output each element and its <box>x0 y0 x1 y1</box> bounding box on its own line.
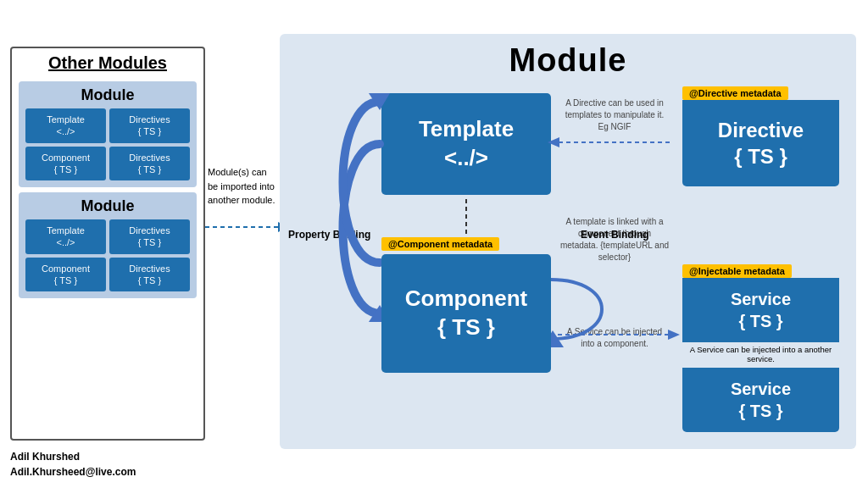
service-block-2: Service { TS } <box>682 368 839 432</box>
directive-annotation: A Directive can be used in templates to … <box>559 97 670 133</box>
service-annotation: A Service can be injected into a compone… <box>559 326 670 350</box>
module-1-grid: Template<../> Directives{ TS } Component… <box>25 108 190 180</box>
module-2-cell-2: Component{ TS } <box>25 258 106 292</box>
module-1-cell-3: Directives{ TS } <box>109 147 190 181</box>
svg-marker-8 <box>668 330 680 340</box>
module-2-cell-0: Template<../> <box>25 219 106 254</box>
module-1-cell-2: Component{ TS } <box>25 147 106 181</box>
service-container: @Injectable metadata Service { TS } A Se… <box>682 263 839 432</box>
arrow-text: Module(s) can be imported into another m… <box>208 165 275 208</box>
footer-name: Adil Khurshed <box>10 449 136 464</box>
main-panel: Module Template <../> @Component metadat… <box>280 34 856 449</box>
template-line1: Template <box>419 115 514 144</box>
left-panel-title: Other Modules <box>12 48 203 76</box>
directive-line1: Directive <box>718 119 804 141</box>
service-block-1: Service { TS } <box>682 278 839 342</box>
main-panel-title: Module <box>280 34 856 79</box>
module-2-cell-1: Directives{ TS } <box>109 219 190 254</box>
directive-line2: { TS } <box>734 145 787 168</box>
module-1-cell-0: Template<../> <box>25 108 106 143</box>
footer-email: Adil.Khursheed@live.com <box>10 464 136 480</box>
template-line2: <../> <box>444 144 488 173</box>
directive-badge: @Directive metadata <box>682 86 788 100</box>
directive-container: @Directive metadata Directive { TS } <box>682 85 839 186</box>
module-1-cell-1: Directives{ TS } <box>109 108 190 143</box>
component-line2: { TS } <box>437 313 495 342</box>
left-panel: Other Modules Module Template<../> Direc… <box>10 47 205 441</box>
component-line1: Component <box>405 285 527 313</box>
event-binding-label: Event Binding <box>581 229 649 241</box>
property-binding-label: Property Binding <box>288 229 370 241</box>
service-1-line2: { TS } <box>738 312 782 330</box>
component-metadata-badge: @Component metadata <box>381 237 499 251</box>
service-2-line1: Service <box>731 380 791 398</box>
service-badge: @Injectable metadata <box>682 264 792 278</box>
directive-block: Directive { TS } <box>682 100 839 186</box>
component-block: Component { TS } <box>381 254 551 373</box>
module-1-title: Module <box>25 86 190 104</box>
module-box-1: Module Template<../> Directives{ TS } Co… <box>19 81 197 187</box>
template-block: Template <../> <box>381 93 551 195</box>
module-2-grid: Template<../> Directives{ TS } Component… <box>25 219 190 291</box>
service-1-line1: Service <box>731 290 791 308</box>
module-2-cell-3: Directives{ TS } <box>109 258 190 292</box>
footer: Adil Khurshed Adil.Khursheed@live.com <box>10 449 136 480</box>
service-2-line2: { TS } <box>738 402 782 420</box>
service-between-text: A Service can be injected into a another… <box>682 342 839 366</box>
module-box-2: Module Template<../> Directives{ TS } Co… <box>19 192 197 298</box>
module-2-title: Module <box>25 197 190 215</box>
